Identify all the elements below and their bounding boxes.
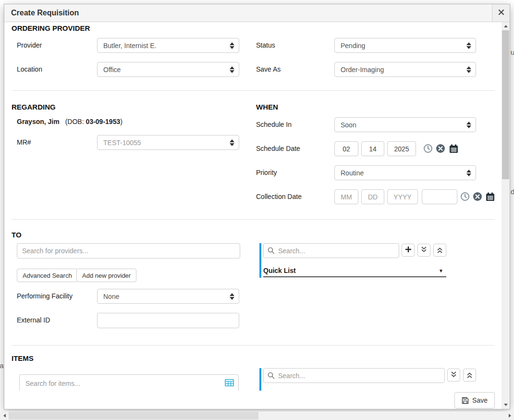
schedule-date-label: Schedule Date: [256, 141, 300, 156]
patient-dob: 03-09-1953: [86, 118, 121, 125]
expand-all-button[interactable]: [417, 244, 430, 257]
schedule-day-input[interactable]: [361, 141, 384, 156]
collection-day-input[interactable]: [361, 189, 384, 204]
double-chevron-up-icon: [466, 372, 473, 379]
close-icon: [498, 9, 504, 17]
select-caret-icon: [466, 66, 471, 73]
section-heading-to: TO: [12, 231, 22, 239]
priority-select-value: Routine: [341, 169, 364, 177]
provider-search-input[interactable]: [17, 243, 240, 259]
provider-select[interactable]: Butler, Internist E.: [97, 38, 239, 53]
patient-summary: Grayson, Jim (DOB: 03-09-1953 ): [17, 118, 122, 125]
performing-facility-select-value: None: [103, 293, 119, 300]
schedule-date-clear-icon[interactable]: [436, 144, 445, 153]
collection-date-calendar-icon[interactable]: [485, 192, 495, 201]
section-divider: [12, 345, 495, 346]
save-as-select[interactable]: Order-Imaging: [334, 62, 476, 77]
collection-time-input[interactable]: [422, 189, 457, 204]
save-icon: [462, 397, 469, 404]
location-select[interactable]: Office: [97, 62, 239, 77]
items-panel-search: [263, 368, 445, 383]
external-id-input[interactable]: [97, 313, 239, 328]
scroll-left-button[interactable]: [0, 411, 9, 420]
priority-select[interactable]: Routine: [334, 165, 476, 180]
select-caret-icon: [230, 66, 234, 73]
section-heading-items: ITEMS: [12, 354, 34, 362]
triangle-right-icon: [509, 414, 511, 418]
item-table-icon[interactable]: [225, 379, 234, 388]
section-heading-ordering-provider: ORDERING PROVIDER: [12, 24, 90, 32]
collection-date-clock-icon[interactable]: [460, 192, 470, 201]
select-caret-icon: [466, 170, 471, 176]
scroll-right-button[interactable]: [505, 411, 514, 420]
section-divider: [12, 219, 495, 220]
scroll-up-button[interactable]: [502, 22, 510, 30]
provider-label: Provider: [17, 38, 42, 53]
select-caret-icon: [466, 42, 471, 49]
quick-list-caret-icon: ▼: [439, 268, 443, 273]
schedule-in-label: Schedule In: [256, 117, 292, 132]
create-requisition-modal: Create Requisition ORDERING PROVIDER Pro…: [4, 4, 510, 409]
items-panel-search-input[interactable]: [263, 368, 445, 383]
collapse-all-button[interactable]: [433, 244, 446, 257]
collection-date-clear-icon[interactable]: [473, 192, 482, 201]
status-label: Status: [256, 38, 275, 53]
triangle-up-icon: [504, 25, 508, 27]
select-caret-icon: [230, 42, 234, 49]
section-divider: [12, 90, 495, 91]
modal-body: ORDERING PROVIDER Provider Butler, Inter…: [4, 22, 510, 409]
backdrop-text-fragment: u: [511, 48, 514, 56]
triangle-left-icon: [3, 414, 6, 418]
select-caret-icon: [230, 139, 234, 146]
collection-month-input[interactable]: [334, 189, 358, 204]
modal-header: Create Requisition: [4, 4, 510, 22]
vertical-scrollbar[interactable]: [502, 22, 510, 409]
mr-select[interactable]: TEST-10055: [97, 135, 239, 150]
save-as-label: Save As: [256, 62, 281, 77]
modal-title: Create Requisition: [4, 9, 79, 17]
add-new-provider-button[interactable]: Add new provider: [76, 269, 136, 282]
select-caret-icon: [230, 293, 234, 300]
schedule-date-calendar-icon[interactable]: [449, 144, 458, 153]
add-to-list-button[interactable]: [402, 244, 415, 257]
horizontal-scrollbar-thumb[interactable]: [9, 412, 258, 420]
status-select[interactable]: Pending: [334, 38, 476, 53]
quick-list-header[interactable]: Quick List ▼: [263, 265, 446, 277]
double-chevron-down-icon: [451, 371, 457, 379]
items-expand-all-button[interactable]: [447, 369, 460, 382]
vertical-scrollbar-thumb[interactable]: [502, 30, 509, 179]
location-select-value: Office: [103, 66, 121, 74]
performing-facility-label: Performing Facility: [17, 289, 73, 304]
section-heading-when: WHEN: [256, 103, 278, 111]
status-select-value: Pending: [341, 42, 365, 49]
advanced-search-button[interactable]: Advanced Search: [17, 269, 78, 282]
external-id-label: External ID: [17, 313, 50, 328]
patient-dob-suffix: ): [120, 118, 122, 125]
schedule-year-input[interactable]: [387, 141, 416, 156]
schedule-month-input[interactable]: [334, 141, 358, 156]
schedule-in-select-value: Soon: [341, 121, 356, 129]
performing-facility-select[interactable]: None: [97, 289, 239, 304]
close-button[interactable]: [492, 4, 510, 22]
to-panel-search-input[interactable]: [263, 243, 399, 258]
priority-label: Priority: [256, 165, 277, 180]
items-collapse-all-button[interactable]: [463, 369, 476, 382]
select-caret-icon: [466, 122, 471, 128]
double-chevron-down-icon: [421, 246, 427, 254]
schedule-in-select[interactable]: Soon: [334, 117, 476, 132]
mr-label: MR#: [17, 135, 31, 150]
save-button-label: Save: [472, 396, 488, 404]
item-search-input[interactable]: [19, 374, 239, 393]
save-button[interactable]: Save: [454, 392, 495, 408]
horizontal-scrollbar[interactable]: [0, 411, 514, 420]
schedule-date-clock-icon[interactable]: [423, 144, 433, 153]
to-panel-accent-bar: [259, 243, 261, 278]
section-heading-regarding: REGARDING: [12, 103, 56, 111]
modal-footer: Save: [4, 391, 502, 409]
quick-list-label: Quick List: [263, 267, 296, 274]
plus-icon: [405, 246, 412, 254]
scroll-down-button[interactable]: [502, 401, 510, 409]
provider-select-value: Butler, Internist E.: [103, 42, 157, 49]
to-panel-search: [263, 243, 399, 258]
collection-year-input[interactable]: [387, 189, 418, 204]
